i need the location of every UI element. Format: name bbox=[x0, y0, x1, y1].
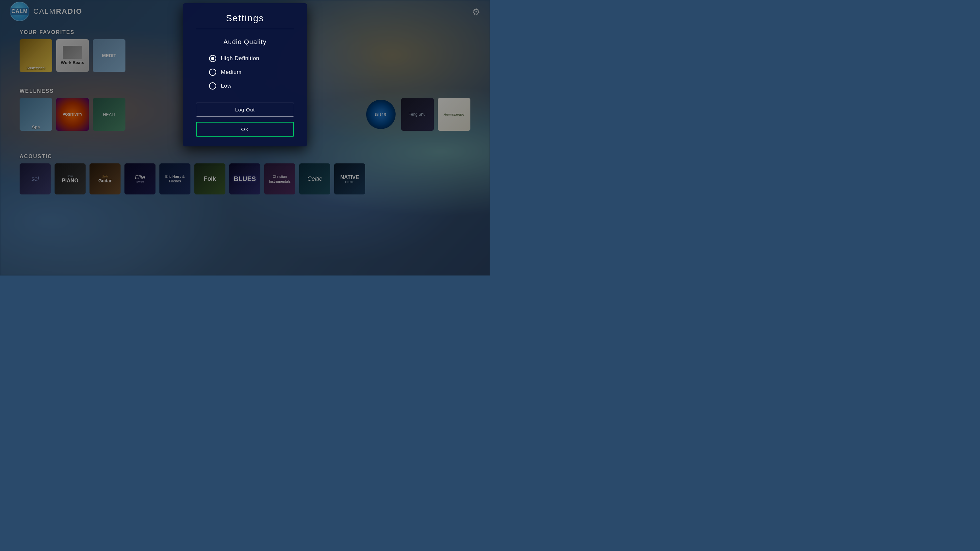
ok-button[interactable]: OK bbox=[196, 122, 294, 137]
quality-low-label: Low bbox=[221, 83, 232, 89]
settings-modal: Settings Audio Quality High Definition M… bbox=[183, 3, 307, 147]
quality-medium-radio[interactable] bbox=[209, 68, 216, 76]
settings-title: Settings bbox=[196, 13, 294, 24]
quality-hd-label: High Definition bbox=[221, 55, 259, 62]
modal-overlay[interactable]: Settings Audio Quality High Definition M… bbox=[0, 0, 490, 276]
quality-medium-label: Medium bbox=[221, 69, 242, 75]
quality-medium-option[interactable]: Medium bbox=[209, 68, 294, 76]
audio-quality-title: Audio Quality bbox=[196, 38, 294, 46]
quality-low-radio[interactable] bbox=[209, 82, 216, 89]
quality-hd-radio[interactable] bbox=[209, 55, 216, 62]
quality-low-option[interactable]: Low bbox=[209, 82, 294, 89]
logout-button[interactable]: Log Out bbox=[196, 103, 294, 117]
audio-quality-options: High Definition Medium Low bbox=[196, 55, 294, 89]
quality-hd-option[interactable]: High Definition bbox=[209, 55, 294, 62]
